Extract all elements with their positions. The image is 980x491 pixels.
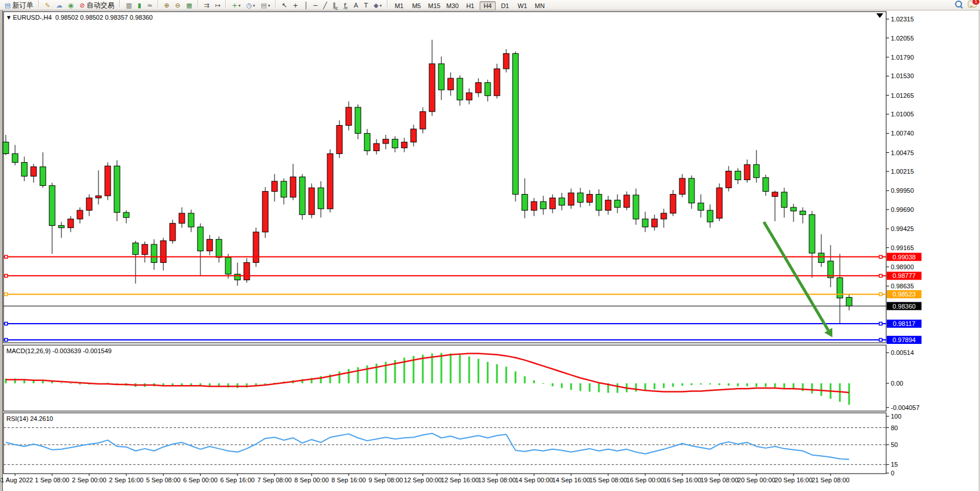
- fibonacci-button[interactable]: ƒF: [342, 1, 350, 11]
- zoom-in-icon: ⊕: [164, 2, 169, 10]
- trendline-button[interactable]: ╱: [321, 1, 330, 11]
- svg-text:8 Sep 00:00: 8 Sep 00:00: [294, 477, 328, 483]
- cursor-button[interactable]: ↖: [279, 1, 289, 11]
- auto-scroll-button[interactable]: ⇉: [202, 1, 211, 11]
- svg-text:6 Sep 16:00: 6 Sep 16:00: [220, 477, 254, 483]
- svg-text:8 Sep 16:00: 8 Sep 16:00: [331, 477, 365, 483]
- zoom-out-button[interactable]: ⊖: [173, 1, 182, 11]
- svg-text:0.99950: 0.99950: [891, 187, 914, 194]
- rsi-indicator-label: RSI(14) 24.2610: [6, 415, 53, 422]
- tab-timeframe-H4[interactable]: H4: [480, 1, 496, 10]
- text-label-button[interactable]: T: [361, 1, 370, 11]
- crosshair-button[interactable]: +: [290, 1, 300, 11]
- svg-text:15 Sep 08:00: 15 Sep 08:00: [589, 477, 627, 483]
- tab-timeframe-M1[interactable]: M1: [391, 1, 407, 10]
- symbol-dropdown-icon[interactable]: ▼: [7, 15, 10, 20]
- indicators-dropdown-icon[interactable]: ▾: [239, 3, 241, 8]
- search-icon[interactable]: [955, 1, 962, 8]
- zoom-out-icon: ⊖: [175, 2, 180, 10]
- signals-button[interactable]: ◉: [66, 1, 76, 11]
- templates-button[interactable]: ▤▾: [258, 1, 272, 11]
- zoom-in-button[interactable]: ⊕: [162, 1, 171, 11]
- toolbar-separator: [275, 0, 276, 8]
- svg-text:0.98523: 0.98523: [893, 291, 916, 298]
- toolbar-separator: [38, 0, 39, 8]
- toolbar-separator: [158, 0, 159, 8]
- templates-icon: ▤: [261, 2, 266, 10]
- chart-shift-button[interactable]: ↦: [213, 1, 222, 11]
- autotrading-label: 自动交易: [86, 1, 114, 10]
- tile-windows-button[interactable]: ▦: [184, 1, 195, 11]
- svg-text:7 Sep 08:00: 7 Sep 08:00: [257, 477, 291, 483]
- svg-text:16 Sep 00:00: 16 Sep 00:00: [626, 477, 664, 483]
- vertical-line-button[interactable]: │: [302, 1, 310, 11]
- svg-text:2 Sep 16:00: 2 Sep 16:00: [109, 477, 143, 483]
- svg-text:9 Sep 08:00: 9 Sep 08:00: [368, 477, 403, 483]
- svg-text:-0.004057: -0.004057: [891, 404, 920, 411]
- svg-text:0.00: 0.00: [891, 380, 903, 387]
- line-chart-icon: ≈: [147, 2, 152, 10]
- profiles-button[interactable]: ☁: [54, 1, 65, 11]
- text-icon: A: [354, 2, 359, 10]
- new-order-button[interactable]: ▤新订单: [2, 1, 35, 11]
- horizontal-line-button[interactable]: ─: [311, 1, 320, 11]
- periods-icon: ◷: [246, 2, 252, 10]
- svg-text:0.99038: 0.99038: [893, 254, 916, 261]
- arrows-dropdown-icon[interactable]: ▾: [380, 3, 382, 8]
- chart-symbol-overlay[interactable]: ▼EURUSD-,H4 0.98502 0.98502 0.98357 0.98…: [7, 14, 153, 21]
- text-label-icon: T: [364, 2, 368, 10]
- horizontal-line-icon: ─: [313, 2, 317, 10]
- chat-icon[interactable]: 1: [968, 1, 977, 8]
- toolbar-separator: [198, 0, 199, 8]
- tab-timeframe-MN[interactable]: MN: [532, 1, 548, 10]
- svg-text:12 Sep 00:00: 12 Sep 00:00: [404, 477, 441, 483]
- candlestick-chart-button[interactable]: ▮: [136, 1, 144, 11]
- candlestick-chart-icon: ▮: [138, 2, 141, 10]
- tab-timeframe-D1[interactable]: D1: [497, 1, 513, 10]
- vertical-line-icon: │: [304, 2, 308, 10]
- svg-text:0.98360: 0.98360: [893, 303, 916, 310]
- templates-dropdown-icon[interactable]: ▾: [268, 3, 270, 8]
- arrows-button[interactable]: ◆▾: [371, 1, 384, 11]
- tab-timeframe-H1[interactable]: H1: [462, 1, 478, 10]
- line-chart-button[interactable]: ≈: [145, 1, 155, 11]
- styler-icon: ✎: [45, 2, 50, 10]
- svg-text:1.00475: 1.00475: [891, 149, 914, 156]
- toolbar-separator: [119, 0, 120, 8]
- chart-window: 1.023151.020551.017901.015301.012651.010…: [0, 10, 980, 491]
- tab-timeframe-M5[interactable]: M5: [408, 1, 425, 10]
- profiles-icon: ☁: [56, 2, 63, 10]
- svg-text:6 Sep 00:00: 6 Sep 00:00: [183, 477, 217, 483]
- autotrading-button[interactable]: ⊘自动交易: [77, 1, 116, 11]
- svg-text:0: 0: [891, 470, 894, 477]
- svg-text:0.98117: 0.98117: [893, 320, 916, 327]
- periods-button[interactable]: ◷▾: [244, 1, 257, 11]
- tab-timeframe-W1[interactable]: W1: [514, 1, 531, 10]
- macd-indicator-label: MACD(12,26,9) -0.003639 -0.001549: [6, 347, 112, 354]
- chart-canvas[interactable]: 1.023151.020551.017901.015301.012651.010…: [0, 0, 980, 491]
- bar-chart-button[interactable]: ▥: [123, 1, 134, 11]
- periods-dropdown-icon[interactable]: ▾: [253, 3, 255, 8]
- toolbar: ▤新订单✎☁◉⊘自动交易▥▮≈⊕⊖▦⇉↦+▾◷▾▤▾↖+│─╱∥EƒFAT◆▾ …: [0, 0, 980, 10]
- chart-shift-icon: ↦: [215, 2, 220, 10]
- svg-text:16 Sep 16:00: 16 Sep 16:00: [663, 477, 701, 483]
- tab-timeframe-M15[interactable]: M15: [426, 1, 443, 10]
- indicators-button[interactable]: +▾: [229, 1, 243, 11]
- svg-text:50: 50: [891, 441, 898, 448]
- svg-text:0.99690: 0.99690: [891, 206, 914, 213]
- tab-timeframe-M30[interactable]: M30: [444, 1, 461, 10]
- svg-text:1.02315: 1.02315: [891, 16, 914, 23]
- auto-scroll-icon: ⇉: [204, 2, 209, 10]
- indicators-icon: +: [232, 2, 237, 10]
- svg-text:21 Sep 08:00: 21 Sep 08:00: [811, 477, 849, 483]
- svg-text:5 Sep 08:00: 5 Sep 08:00: [146, 477, 180, 483]
- toolbar-separator: [387, 0, 388, 8]
- text-button[interactable]: A: [352, 1, 361, 11]
- timeframe-toolbar: M1M5M15M30H1H4D1W1MN: [390, 0, 548, 10]
- equidistant-channel-button[interactable]: ∥E: [331, 1, 341, 11]
- svg-text:80: 80: [891, 424, 898, 431]
- styler-button[interactable]: ✎: [42, 1, 52, 11]
- svg-text:1.02055: 1.02055: [891, 35, 914, 42]
- signals-icon: ◉: [68, 2, 74, 10]
- fibonacci-sub-icon: F: [346, 6, 348, 10]
